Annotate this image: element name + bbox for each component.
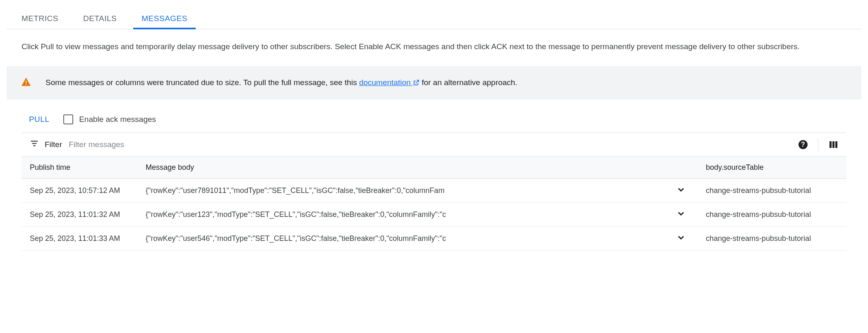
table-row: Sep 25, 2023, 10:57:12 AM {"rowKey":"use… bbox=[22, 178, 846, 202]
checkbox-icon bbox=[63, 114, 73, 124]
enable-ack-label: Enable ack messages bbox=[79, 115, 156, 124]
cell-source-table: change-streams-pubsub-tutorial bbox=[698, 226, 846, 250]
expand-row-button[interactable] bbox=[676, 185, 686, 195]
chevron-down-icon bbox=[676, 209, 686, 219]
table-header-row: Publish time Message body body.sourceTab… bbox=[22, 157, 846, 179]
filter-input[interactable] bbox=[68, 140, 792, 150]
page-description: Click Pull to view messages and temporar… bbox=[7, 29, 861, 56]
cell-publish-time: Sep 25, 2023, 10:57:12 AM bbox=[22, 178, 137, 202]
header-message-body[interactable]: Message body bbox=[137, 157, 664, 179]
svg-rect-3 bbox=[32, 143, 37, 144]
enable-ack-checkbox[interactable]: Enable ack messages bbox=[63, 114, 156, 124]
header-expand bbox=[664, 157, 698, 179]
divider bbox=[818, 138, 818, 151]
chevron-down-icon bbox=[676, 233, 686, 243]
cell-source-table: change-streams-pubsub-tutorial bbox=[698, 178, 846, 202]
filter-label: Filter bbox=[45, 140, 62, 149]
warning-icon bbox=[22, 78, 31, 88]
svg-rect-2 bbox=[31, 141, 38, 142]
banner-text-before: Some messages or columns were truncated … bbox=[46, 78, 359, 87]
svg-rect-7 bbox=[830, 141, 832, 148]
table-row: Sep 25, 2023, 11:01:33 AM {"rowKey":"use… bbox=[22, 226, 846, 250]
banner-text-after: for an alternative approach. bbox=[420, 78, 518, 87]
tab-metrics[interactable]: METRICS bbox=[22, 8, 58, 29]
cell-message-body: {"rowKey":"user123","modType":"SET_CELL"… bbox=[137, 202, 664, 226]
svg-rect-0 bbox=[26, 81, 26, 83]
cell-publish-time: Sep 25, 2023, 11:01:33 AM bbox=[22, 226, 137, 250]
messages-table: Publish time Message body body.sourceTab… bbox=[22, 157, 846, 251]
svg-rect-4 bbox=[33, 145, 36, 146]
expand-row-button[interactable] bbox=[676, 209, 686, 219]
tab-messages[interactable]: MESSAGES bbox=[141, 8, 187, 29]
cell-message-body: {"rowKey":"user7891011","modType":"SET_C… bbox=[137, 178, 664, 202]
controls-bar: PULL Enable ack messages bbox=[7, 100, 861, 133]
table-row: Sep 25, 2023, 11:01:32 AM {"rowKey":"use… bbox=[22, 202, 846, 226]
chevron-down-icon bbox=[676, 185, 686, 195]
header-publish-time[interactable]: Publish time bbox=[22, 157, 137, 179]
tab-details[interactable]: DETAILS bbox=[83, 8, 117, 29]
truncation-banner: Some messages or columns were truncated … bbox=[7, 66, 861, 100]
svg-rect-8 bbox=[832, 141, 834, 148]
banner-text: Some messages or columns were truncated … bbox=[46, 78, 517, 87]
messages-table-area: Filter ? Publish time Message body body.… bbox=[7, 133, 861, 251]
cell-message-body: {"rowKey":"user546","modType":"SET_CELL"… bbox=[137, 226, 664, 250]
external-link-icon bbox=[413, 79, 420, 86]
pull-button[interactable]: PULL bbox=[26, 114, 52, 124]
svg-rect-9 bbox=[835, 141, 837, 148]
cell-publish-time: Sep 25, 2023, 11:01:32 AM bbox=[22, 202, 137, 226]
help-icon[interactable]: ? bbox=[798, 140, 808, 150]
expand-row-button[interactable] bbox=[676, 233, 686, 243]
documentation-link[interactable]: documentation bbox=[359, 78, 420, 87]
header-source-table[interactable]: body.sourceTable bbox=[698, 157, 846, 179]
svg-text:?: ? bbox=[801, 141, 805, 148]
filter-icon bbox=[30, 139, 39, 150]
filter-bar: Filter ? bbox=[22, 133, 846, 157]
cell-source-table: change-streams-pubsub-tutorial bbox=[698, 202, 846, 226]
documentation-link-text: documentation bbox=[359, 78, 411, 87]
svg-rect-1 bbox=[26, 84, 26, 85]
tabs-bar: METRICS DETAILS MESSAGES bbox=[7, 8, 861, 29]
columns-icon[interactable] bbox=[828, 140, 838, 150]
